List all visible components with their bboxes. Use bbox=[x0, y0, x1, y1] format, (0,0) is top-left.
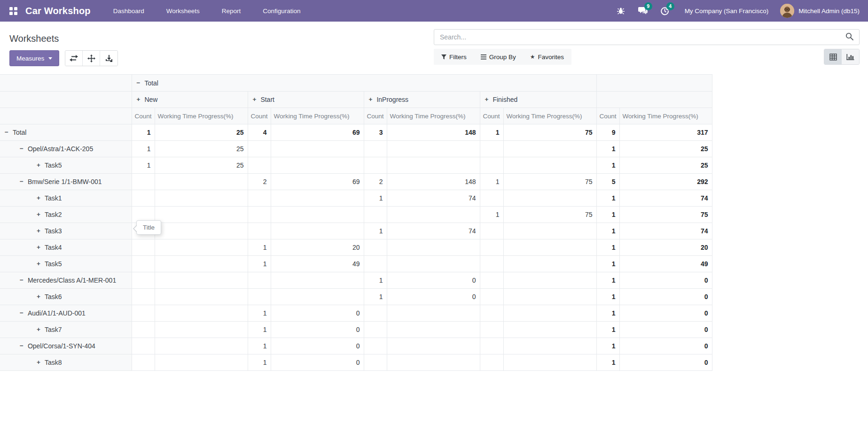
pivot-row-label[interactable]: −Opel/Astra/1-ACK-205 bbox=[0, 141, 132, 157]
pivot-cell[interactable] bbox=[132, 272, 155, 289]
pivot-cell[interactable] bbox=[480, 338, 503, 354]
pivot-cell[interactable] bbox=[503, 305, 596, 322]
pivot-cell[interactable]: 49 bbox=[619, 256, 712, 272]
menu-item-configuration[interactable]: Configuration bbox=[263, 8, 300, 15]
pivot-cell[interactable] bbox=[155, 190, 248, 207]
pivot-row-label[interactable]: −Audi/A1/1-AUD-001 bbox=[0, 305, 132, 322]
filters-button[interactable]: Filters bbox=[441, 54, 467, 61]
pivot-cell[interactable]: 69 bbox=[271, 174, 364, 190]
pivot-cell[interactable] bbox=[364, 305, 387, 322]
pivot-cell[interactable] bbox=[155, 354, 248, 371]
pivot-cell[interactable] bbox=[480, 305, 503, 322]
pivot-cell[interactable]: 20 bbox=[619, 239, 712, 256]
pivot-cell[interactable]: 49 bbox=[271, 256, 364, 272]
pivot-cell[interactable]: 25 bbox=[619, 141, 712, 157]
pivot-row-label[interactable]: +Task3 bbox=[0, 223, 132, 239]
pivot-cell[interactable]: 1 bbox=[248, 322, 271, 338]
pivot-cell[interactable]: 74 bbox=[619, 223, 712, 239]
activities-clock-icon[interactable]: 4 bbox=[660, 6, 670, 16]
pivot-cell[interactable] bbox=[387, 141, 480, 157]
pivot-cell[interactable]: 75 bbox=[619, 207, 712, 223]
pivot-cell[interactable] bbox=[248, 207, 271, 223]
messages-icon[interactable]: 9 bbox=[638, 6, 648, 16]
pivot-cell[interactable] bbox=[155, 305, 248, 322]
pivot-cell[interactable]: 1 bbox=[364, 190, 387, 207]
pivot-cell[interactable] bbox=[271, 223, 364, 239]
search-input[interactable] bbox=[440, 33, 845, 41]
pivot-cell[interactable] bbox=[503, 256, 596, 272]
pivot-cell[interactable] bbox=[503, 190, 596, 207]
pivot-cell[interactable]: 69 bbox=[271, 124, 364, 141]
pivot-cell[interactable]: 75 bbox=[503, 124, 596, 141]
pivot-cell[interactable]: 0 bbox=[271, 338, 364, 354]
pivot-cell[interactable] bbox=[155, 223, 248, 239]
pivot-cell[interactable] bbox=[364, 239, 387, 256]
pivot-cell[interactable] bbox=[248, 141, 271, 157]
pivot-cell[interactable]: 1 bbox=[248, 338, 271, 354]
pivot-cell[interactable] bbox=[503, 141, 596, 157]
pivot-cell[interactable] bbox=[387, 239, 480, 256]
pivot-cell[interactable]: 3 bbox=[364, 124, 387, 141]
pivot-group-header-start[interactable]: +Start bbox=[248, 92, 364, 108]
pivot-cell[interactable]: 0 bbox=[271, 322, 364, 338]
pivot-cell[interactable] bbox=[503, 157, 596, 174]
pivot-cell[interactable] bbox=[155, 338, 248, 354]
pivot-cell[interactable]: 2 bbox=[364, 174, 387, 190]
flip-axis-button[interactable] bbox=[65, 51, 83, 66]
pivot-cell[interactable] bbox=[480, 190, 503, 207]
pivot-cell[interactable] bbox=[155, 272, 248, 289]
pivot-cell[interactable]: 20 bbox=[271, 239, 364, 256]
pivot-cell[interactable] bbox=[480, 272, 503, 289]
pivot-cell[interactable] bbox=[387, 157, 480, 174]
pivot-cell[interactable] bbox=[132, 190, 155, 207]
pivot-cell[interactable] bbox=[503, 338, 596, 354]
pivot-cell[interactable]: 1 bbox=[364, 289, 387, 305]
pivot-row-label[interactable]: +Task4 bbox=[0, 239, 132, 256]
pivot-cell[interactable]: 1 bbox=[132, 124, 155, 141]
pivot-cell[interactable]: 1 bbox=[364, 223, 387, 239]
pivot-cell[interactable] bbox=[503, 354, 596, 371]
pivot-view-button[interactable] bbox=[824, 49, 842, 64]
pivot-measure-header[interactable]: Count bbox=[480, 108, 503, 124]
pivot-row-label[interactable]: +Task5 bbox=[0, 256, 132, 272]
pivot-cell[interactable]: 0 bbox=[619, 354, 712, 371]
user-menu[interactable]: Mitchell Admin (db15) bbox=[780, 4, 860, 18]
pivot-row-label[interactable]: +Task2 bbox=[0, 207, 132, 223]
pivot-cell[interactable] bbox=[480, 223, 503, 239]
pivot-cell[interactable] bbox=[364, 354, 387, 371]
favorites-button[interactable]: ★ Favorites bbox=[530, 54, 564, 61]
pivot-cell[interactable] bbox=[271, 157, 364, 174]
pivot-cell[interactable] bbox=[480, 141, 503, 157]
pivot-cell[interactable]: 0 bbox=[619, 272, 712, 289]
pivot-cell[interactable]: 1 bbox=[480, 174, 503, 190]
pivot-row-label[interactable]: −Total bbox=[0, 124, 132, 141]
pivot-cell[interactable]: 75 bbox=[503, 174, 596, 190]
pivot-cell[interactable]: 1 bbox=[596, 354, 619, 371]
pivot-cell[interactable]: 1 bbox=[480, 207, 503, 223]
pivot-cell[interactable]: 1 bbox=[248, 305, 271, 322]
pivot-cell[interactable]: 0 bbox=[387, 289, 480, 305]
pivot-cell[interactable] bbox=[364, 338, 387, 354]
pivot-cell[interactable] bbox=[132, 174, 155, 190]
pivot-cell[interactable]: 0 bbox=[619, 289, 712, 305]
pivot-cell[interactable] bbox=[364, 207, 387, 223]
pivot-cell[interactable] bbox=[132, 322, 155, 338]
pivot-row-label[interactable]: −Bmw/Serie 1/1-BMW-001 bbox=[0, 174, 132, 190]
pivot-measure-header[interactable]: Working Time Progress(%) bbox=[387, 108, 480, 124]
pivot-group-header-inprogress[interactable]: +InProgress bbox=[364, 92, 480, 108]
pivot-cell[interactable]: 25 bbox=[619, 157, 712, 174]
apps-grid-icon[interactable] bbox=[9, 7, 17, 15]
pivot-cell[interactable]: 148 bbox=[387, 124, 480, 141]
pivot-cell[interactable]: 1 bbox=[596, 157, 619, 174]
measures-button[interactable]: Measures bbox=[9, 50, 59, 66]
pivot-cell[interactable] bbox=[132, 305, 155, 322]
pivot-cell[interactable] bbox=[480, 239, 503, 256]
pivot-cell[interactable]: 292 bbox=[619, 174, 712, 190]
app-brand[interactable]: Car Workshop bbox=[25, 6, 91, 16]
pivot-cell[interactable] bbox=[364, 141, 387, 157]
pivot-cell[interactable] bbox=[248, 223, 271, 239]
pivot-cell[interactable]: 1 bbox=[480, 124, 503, 141]
pivot-cell[interactable] bbox=[271, 207, 364, 223]
pivot-cell[interactable] bbox=[387, 207, 480, 223]
pivot-cell[interactable] bbox=[387, 338, 480, 354]
